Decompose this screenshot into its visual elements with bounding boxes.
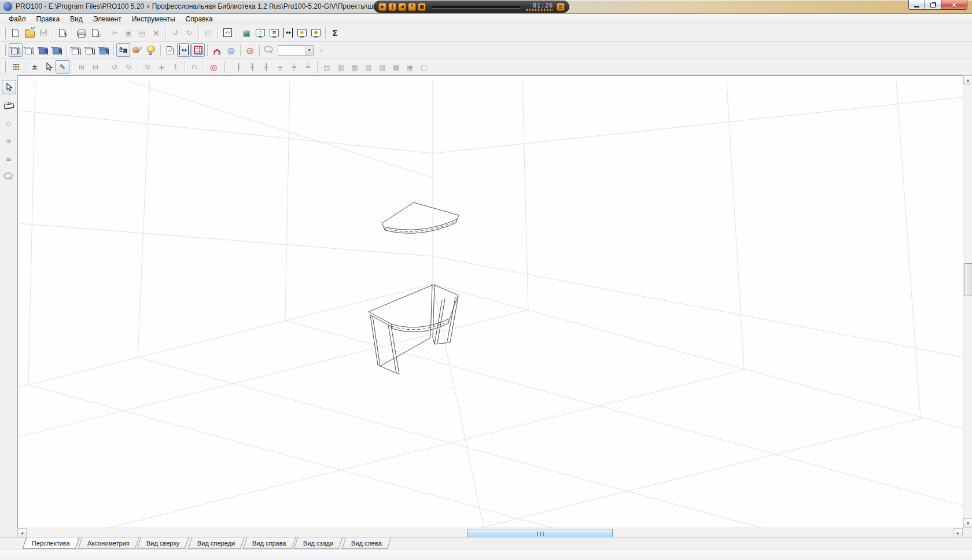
center-camera-button[interactable]: ◎ (243, 43, 257, 57)
dimensions-report-button[interactable]: ↔ (281, 26, 295, 39)
tool-zoom-button (2, 170, 16, 184)
print-button[interactable] (75, 26, 89, 39)
distribute-right-button: ▦ (348, 60, 362, 73)
toolbar-separator (67, 45, 67, 56)
toolbar-grip[interactable] (3, 45, 6, 56)
show-grid-button[interactable] (191, 43, 205, 57)
materials-sphere-button[interactable] (130, 43, 144, 57)
tab-axonometry[interactable]: Аксонометрия (78, 537, 138, 549)
align-top-button: ┯ (273, 60, 287, 73)
hints-screen-button[interactable] (295, 26, 309, 39)
settings-checklist-button[interactable] (220, 26, 234, 39)
rotate-cw-icon: ↻ (125, 62, 132, 72)
record-button[interactable]: * (408, 3, 416, 11)
scroll-down-arrow-icon[interactable]: ▾ (963, 518, 972, 528)
minimize-button[interactable] (908, 0, 925, 10)
menu-edit[interactable]: Правка (31, 14, 65, 24)
tab-top-view[interactable]: Вид сверху (137, 537, 189, 549)
report-button[interactable] (56, 26, 69, 39)
view-hidden-lines-button[interactable] (23, 43, 36, 57)
view-shaded-button[interactable] (36, 43, 50, 57)
play-button[interactable]: ▶ (378, 3, 386, 11)
accounting-screen-button[interactable] (309, 26, 323, 39)
menu-view[interactable]: Вид (65, 14, 88, 24)
rotate-left-button: ↺ (108, 60, 122, 73)
recorder-menu-button[interactable]: ▨ (557, 3, 565, 11)
saw-icon: ≋ (5, 136, 12, 146)
price-list-button[interactable]: ▦ (240, 26, 253, 39)
preview-screen-button[interactable] (253, 26, 267, 39)
snap-points-button[interactable]: ◎ (224, 43, 238, 57)
tab-back-view[interactable]: Вид сзади (294, 537, 343, 549)
tab-left-view[interactable]: Вид слева (341, 537, 391, 549)
distribute-h-space-button: ▣ (403, 60, 417, 73)
interior-wireframe-button[interactable] (83, 43, 97, 57)
rewind-button[interactable]: ◀ (398, 3, 406, 11)
shelf-wireframe[interactable] (382, 202, 459, 233)
restore-button[interactable] (925, 0, 941, 10)
toolbar-grip[interactable] (3, 61, 6, 73)
v-scrollbar[interactable]: ▴ ▾ (963, 75, 972, 528)
view-wireframe-button[interactable] (9, 43, 23, 57)
interior-outline-button[interactable] (69, 43, 83, 57)
tab-right-view[interactable]: Вид справа (243, 537, 296, 549)
rotation-center-button[interactable]: ◎ (207, 60, 220, 73)
key-icon: ⌐ (319, 45, 326, 55)
viewport-3d[interactable] (17, 75, 963, 528)
toolbar-separator (72, 61, 72, 73)
tab-front-view[interactable]: Вид спереди (188, 537, 245, 549)
tab-label: Вид сзади (304, 540, 334, 547)
toolbar-separator (207, 45, 208, 56)
contour-icon: ◇ (5, 118, 12, 128)
grid-red-icon (194, 46, 203, 54)
zoom-level-combo[interactable]: ▾ (278, 45, 314, 56)
tool-select-button[interactable] (2, 80, 16, 94)
menu-tools[interactable]: Инструменты (127, 14, 181, 24)
align-middle-v-button: ┿ (287, 60, 301, 73)
move-cross-icon: + (158, 62, 165, 72)
chevron-down-icon[interactable]: ▾ (305, 46, 313, 55)
antialiasing-button[interactable]: ªa (116, 43, 130, 57)
lighting-button[interactable] (144, 43, 158, 57)
pause-button[interactable]: ‖ (388, 3, 396, 11)
sketch-mode-button[interactable] (163, 43, 177, 57)
toolbar-separator (72, 27, 72, 39)
page-icon (12, 29, 19, 37)
draw-pencil-button[interactable]: ✎ (56, 60, 69, 73)
interior-shaded-button[interactable] (97, 43, 111, 57)
scroll-right-arrow-icon[interactable]: ▸ (953, 528, 963, 537)
structure-report-button[interactable] (267, 26, 281, 39)
summary-sigma-button[interactable]: Σ (328, 26, 342, 39)
menu-help[interactable]: Справка (181, 14, 218, 24)
view-textured-button[interactable] (50, 43, 64, 57)
add-element-button[interactable]: ± (28, 60, 42, 73)
grid-dots-button[interactable]: ⣿⣿ (9, 60, 23, 73)
print-preview-button[interactable] (89, 26, 102, 39)
close-button[interactable] (941, 0, 967, 10)
open-project-button[interactable] (23, 26, 36, 39)
show-dimensions-button[interactable]: ↔ (177, 43, 191, 57)
stop-button[interactable]: ■ (418, 3, 426, 11)
menu-element[interactable]: Элемент (88, 14, 127, 24)
tab-perspective[interactable]: Перспектива (23, 537, 79, 549)
title-bar[interactable]: PRO100 - E:\Program Files\PRO100 5.20 + … (0, 0, 972, 14)
scroll-left-arrow-icon[interactable]: ◂ (17, 528, 27, 537)
v-scroll-thumb[interactable] (964, 263, 972, 296)
select-tool-button[interactable] (42, 60, 56, 73)
fp-icon: ⊓ (191, 62, 198, 72)
menu-file[interactable]: Файл (3, 14, 31, 24)
snap-magnet-button[interactable] (210, 43, 224, 57)
recorder-slider[interactable] (432, 6, 521, 8)
box-wire-icon (86, 49, 93, 54)
desk-wireframe[interactable] (369, 285, 458, 374)
new-project-button[interactable] (9, 26, 23, 39)
recorder-overlay[interactable]: ▶‖◀*■ 01:26 ▨ (374, 1, 569, 13)
tab-label: Вид справа (252, 540, 286, 547)
target-blue-icon: ◎ (227, 45, 234, 55)
align-left-button: ┠ (231, 60, 245, 73)
scroll-up-arrow-icon[interactable]: ▴ (963, 75, 972, 84)
tool-new-panel-button[interactable] (2, 98, 16, 112)
toolbar-grip[interactable] (3, 27, 6, 39)
h-scrollbar[interactable]: ◂ ▸ (17, 528, 963, 537)
toolbar-view: ªa↔◎◎▾⌐ (0, 42, 972, 59)
